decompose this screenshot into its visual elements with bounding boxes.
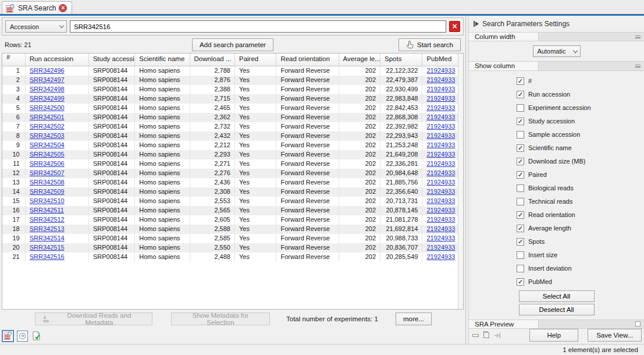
table-row[interactable]: 21SRR342516SRP008144Homo sapiens2,488Yes… xyxy=(2,253,458,262)
pubmed-link[interactable]: 21924933 xyxy=(426,104,455,111)
pubmed-link[interactable]: 21924933 xyxy=(426,123,455,130)
table-row[interactable]: 9SRR342504SRP008144Homo sapiens2,212YesF… xyxy=(2,141,458,150)
column-width-dropdown[interactable]: Automatic xyxy=(533,45,581,57)
show-column-option[interactable]: ✓# xyxy=(469,74,644,88)
history-view-icon[interactable] xyxy=(17,331,28,342)
column-header-run_accession[interactable]: Run accession xyxy=(26,54,89,66)
run-accession-link[interactable]: SRR342502 xyxy=(30,123,65,130)
pubmed-link[interactable]: 21924933 xyxy=(426,169,455,176)
pubmed-link[interactable]: 21924933 xyxy=(426,141,455,148)
sra-preview-group-header[interactable]: SRA Preview xyxy=(469,320,644,329)
show-column-option[interactable]: Insert deviation xyxy=(469,262,644,275)
run-accession-link[interactable]: SRR342507 xyxy=(30,169,65,176)
start-search-button[interactable]: Start search xyxy=(399,38,461,51)
table-row[interactable]: 14SRR342509SRP008144Homo sapiens2,308Yes… xyxy=(2,187,458,197)
run-accession-link[interactable]: SRR342503 xyxy=(30,132,65,139)
download-reads-button[interactable]: Download Reads and Metadata xyxy=(35,313,152,325)
table-row[interactable]: 17SRR342512SRP008144Homo sapiens2,605Yes… xyxy=(2,215,458,225)
run-accession-link[interactable]: SRR342496 xyxy=(30,67,65,74)
checkbox-unchecked-icon[interactable] xyxy=(517,265,524,272)
help-button[interactable]: Help xyxy=(529,329,578,342)
table-row[interactable]: 7SRR342502SRP008144Homo sapiens2,732YesF… xyxy=(2,122,458,132)
checkbox-checked-icon[interactable]: ✓ xyxy=(517,144,524,152)
pubmed-link[interactable]: 21924933 xyxy=(426,160,455,167)
table-row[interactable]: 13SRR342508SRP008144Homo sapiens2,436Yes… xyxy=(2,178,458,187)
run-accession-link[interactable]: SRR342499 xyxy=(30,95,65,102)
run-accession-link[interactable]: SRR342497 xyxy=(30,76,65,83)
show-column-option[interactable]: ✓Study accession xyxy=(469,115,644,128)
run-accession-link[interactable]: SRR342506 xyxy=(30,160,65,167)
clear-x-icon[interactable]: × xyxy=(449,21,460,32)
checkbox-unchecked-icon[interactable] xyxy=(517,131,524,139)
show-column-option[interactable]: Sample accession xyxy=(469,128,644,141)
column-header-num[interactable]: # xyxy=(2,54,26,66)
add-search-parameter-button[interactable]: Add search parameter xyxy=(192,38,273,51)
search-field-dropdown[interactable]: Accession xyxy=(5,20,67,33)
table-row[interactable]: 6SRR342501SRP008144Homo sapiens2,362YesF… xyxy=(2,113,458,122)
column-header-paired[interactable]: Paired xyxy=(235,54,276,66)
pubmed-link[interactable]: 21924933 xyxy=(426,244,455,251)
column-header-read_orientation[interactable]: Read orientation xyxy=(276,54,339,66)
column-header-average_length[interactable]: Average le... xyxy=(339,54,380,66)
table-row[interactable]: 18SRR342513SRP008144Homo sapiens2,588Yes… xyxy=(2,225,458,234)
checkbox-unchecked-icon[interactable] xyxy=(517,104,524,112)
pubmed-link[interactable]: 21924933 xyxy=(426,253,455,260)
checkbox-unchecked-icon[interactable] xyxy=(517,251,524,259)
table-row[interactable]: 3SRR342498SRP008144Homo sapiens2,388YesF… xyxy=(2,85,458,94)
show-column-option[interactable]: ✓Scientific name xyxy=(469,141,644,155)
more-button[interactable]: more... xyxy=(396,313,432,325)
pubmed-link[interactable]: 21924933 xyxy=(426,188,455,195)
tab-sra-search[interactable]: SRA Search × xyxy=(2,1,72,14)
table-row[interactable]: 15SRR342510SRP008144Homo sapiens2,553Yes… xyxy=(2,197,458,206)
show-column-option[interactable]: ✓Spots xyxy=(469,235,644,248)
show-column-option[interactable]: ✓Paired xyxy=(469,168,644,182)
checkbox-checked-icon[interactable]: ✓ xyxy=(517,91,524,98)
show-column-option[interactable]: ✓Read orientation xyxy=(469,208,644,222)
collapse-panel-icon[interactable] xyxy=(474,21,479,27)
run-accession-link[interactable]: SRR342514 xyxy=(30,235,65,242)
pubmed-link[interactable]: 21924933 xyxy=(426,76,455,83)
column-header-pubmed[interactable]: PubMed xyxy=(422,54,458,66)
table-row[interactable]: 11SRR342506SRP008144Homo sapiens2,271Yes… xyxy=(2,159,458,169)
run-accession-link[interactable]: SRR342500 xyxy=(30,104,65,111)
pubmed-link[interactable]: 21924933 xyxy=(426,225,455,232)
table-row[interactable]: 8SRR342503SRP008144Homo sapiens2,432YesF… xyxy=(2,132,458,141)
run-accession-link[interactable]: SRR342501 xyxy=(30,113,65,120)
pubmed-link[interactable]: 21924933 xyxy=(426,179,455,186)
table-row[interactable]: 12SRR342507SRP008144Homo sapiens2,276Yes… xyxy=(2,169,458,178)
run-accession-link[interactable]: SRR342511 xyxy=(30,207,64,214)
minimize-panel-icon[interactable] xyxy=(472,334,479,337)
checkbox-checked-icon[interactable]: ✓ xyxy=(517,211,524,219)
table-row[interactable]: 10SRR342505SRP008144Homo sapiens2,293Yes… xyxy=(2,150,458,159)
column-header-spots[interactable]: Spots xyxy=(380,54,422,66)
run-accession-link[interactable]: SRR342510 xyxy=(30,197,65,204)
table-row[interactable]: 1SRR342496SRP008144Homo sapiens2,788YesF… xyxy=(2,66,458,76)
float-panel-icon[interactable] xyxy=(483,332,489,338)
deselect-all-button[interactable]: Deselect All xyxy=(519,304,595,315)
show-column-group-header[interactable]: Show column xyxy=(469,61,644,70)
show-metadata-button[interactable]: Show Metadata for Selection xyxy=(171,313,270,325)
checkbox-checked-icon[interactable]: ✓ xyxy=(517,158,524,165)
pubmed-link[interactable]: 21924933 xyxy=(426,86,455,93)
run-accession-link[interactable]: SRR342504 xyxy=(30,141,65,148)
show-column-option[interactable]: Technical reads xyxy=(469,195,644,208)
show-column-option[interactable]: ✓Run accession xyxy=(469,88,644,101)
checkbox-unchecked-icon[interactable] xyxy=(517,198,524,205)
show-column-option[interactable]: ✓PubMed xyxy=(469,275,644,289)
table-row[interactable]: 4SRR342499SRP008144Homo sapiens2,715YesF… xyxy=(2,94,458,104)
pubmed-link[interactable]: 21924933 xyxy=(426,151,455,158)
checkbox-checked-icon[interactable]: ✓ xyxy=(517,225,524,232)
pubmed-link[interactable]: 21924933 xyxy=(426,207,455,214)
run-accession-link[interactable]: SRR342513 xyxy=(30,225,65,232)
column-width-group-header[interactable]: Column width xyxy=(469,32,644,41)
checkbox-checked-icon[interactable]: ✓ xyxy=(517,278,524,286)
pubmed-link[interactable]: 21924933 xyxy=(426,95,455,102)
pubmed-link[interactable]: 21924933 xyxy=(426,113,455,120)
vertical-scrollbar[interactable] xyxy=(458,54,463,309)
run-accession-link[interactable]: SRR342498 xyxy=(30,86,65,93)
save-view-button[interactable]: Save View... xyxy=(588,329,642,342)
show-column-option[interactable]: Biological reads xyxy=(469,182,644,195)
show-column-option[interactable]: Experiment accession xyxy=(469,101,644,115)
search-query-input[interactable] xyxy=(70,20,446,33)
element-info-view-icon[interactable] xyxy=(31,331,42,342)
